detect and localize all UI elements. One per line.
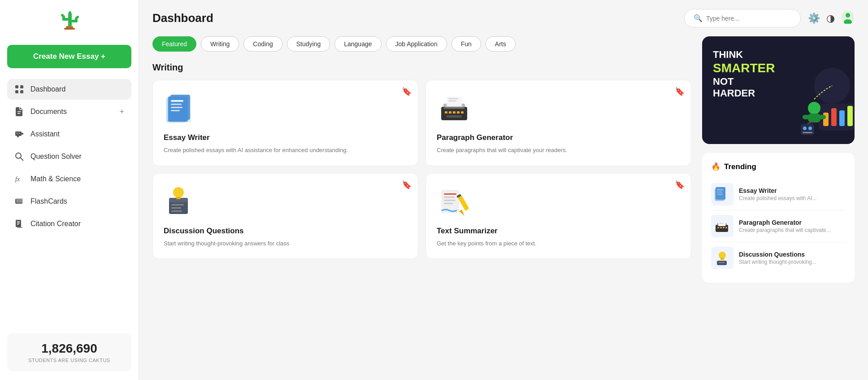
svg-rect-103 xyxy=(719,223,724,224)
promo-line2: SMARTER xyxy=(713,61,775,76)
discussion-illustration xyxy=(164,184,200,220)
trending-item-paragraph-gen[interactable]: Paragraph Generator Create paragraphs th… xyxy=(711,210,846,242)
svg-rect-54 xyxy=(447,115,462,118)
svg-text:fx: fx xyxy=(15,176,20,183)
search-icon: 🔍 xyxy=(694,14,703,22)
svg-rect-66 xyxy=(171,207,181,209)
tag-coding[interactable]: Coding xyxy=(243,36,282,52)
svg-rect-81 xyxy=(847,106,853,126)
svg-rect-67 xyxy=(171,210,182,212)
nav-menu: Dashboard Documents + xyxy=(7,79,131,324)
create-essay-button[interactable]: Create New Essay + xyxy=(7,45,131,68)
cards-icon xyxy=(14,197,24,206)
promo-illustration xyxy=(778,63,855,144)
card-text-summarizer-desc: Get the key points from a piece of text. xyxy=(437,239,680,248)
promo-banner: THINK SMARTER NOT HARDER xyxy=(702,36,855,144)
trending-info-paragraph: Paragraph Generator Create paragraphs th… xyxy=(739,219,846,233)
sidebar-item-dashboard[interactable]: Dashboard xyxy=(7,79,131,100)
svg-point-9 xyxy=(69,11,71,14)
sidebar-item-documents[interactable]: Documents + xyxy=(7,101,131,122)
card-text-summarizer[interactable]: 🔖 xyxy=(425,173,691,259)
main-content: Featured Writing Coding Studying Languag… xyxy=(152,36,691,371)
search-input[interactable] xyxy=(706,15,791,22)
tag-featured[interactable]: Featured xyxy=(152,36,196,52)
card-discussion-questions[interactable]: 🔖 xyxy=(152,173,418,259)
sidebar: Create New Essay + Dashboard xyxy=(0,0,139,380)
sidebar-item-flashcards[interactable]: FlashCards xyxy=(7,191,131,212)
svg-rect-57 xyxy=(448,100,456,101)
svg-rect-49 xyxy=(445,111,447,114)
right-sidebar: THINK SMARTER NOT HARDER xyxy=(702,36,855,371)
promo-line4: HARDER xyxy=(713,87,775,99)
sidebar-item-question-solver[interactable]: Question Solver xyxy=(7,146,131,167)
card-paragraph-generator-desc: Create paragraphs that will captivate yo… xyxy=(437,146,680,155)
card-essay-writer[interactable]: 🔖 xyxy=(152,80,418,166)
card-discussion-desc: Start writing thought-provoking answers … xyxy=(164,239,407,248)
sidebar-item-assistant[interactable]: Assistant xyxy=(7,124,131,144)
svg-rect-85 xyxy=(816,115,826,119)
bookmark-paragraph-generator[interactable]: 🔖 xyxy=(675,87,685,96)
trending-name-essay: Essay Writer xyxy=(739,187,846,194)
trending-info-discussion: Discussion Questions Start writing thoug… xyxy=(739,251,846,265)
svg-line-63 xyxy=(175,189,176,190)
bookmark-essay-writer[interactable]: 🔖 xyxy=(402,87,412,96)
trending-item-essay-writer[interactable]: Essay Writer Create polished essays with… xyxy=(711,179,846,210)
contrast-button[interactable]: ◑ xyxy=(826,13,835,24)
svg-point-8 xyxy=(76,16,79,18)
promo-text: THINK SMARTER NOT HARDER xyxy=(713,49,775,100)
add-document-icon: + xyxy=(119,107,124,117)
sidebar-item-citation-creator[interactable]: Citation Creator xyxy=(7,214,131,234)
logo xyxy=(7,9,131,36)
tag-writing[interactable]: Writing xyxy=(201,36,239,52)
svg-rect-72 xyxy=(444,203,453,204)
svg-rect-80 xyxy=(839,110,845,126)
settings-button[interactable]: ⚙️ xyxy=(808,13,820,24)
bookmark-discussion-questions[interactable]: 🔖 xyxy=(402,180,412,190)
card-essay-writer-title: Essay Writer xyxy=(164,133,407,142)
svg-line-22 xyxy=(21,158,23,161)
tag-language[interactable]: Language xyxy=(334,36,381,52)
svg-rect-17 xyxy=(22,133,23,135)
trending-thumb-paragraph xyxy=(711,215,733,237)
svg-rect-42 xyxy=(171,100,183,102)
promo-line1: THINK xyxy=(713,49,775,61)
svg-rect-16 xyxy=(15,131,22,136)
card-paragraph-generator[interactable]: 🔖 xyxy=(425,80,691,166)
svg-rect-79 xyxy=(831,108,837,126)
svg-rect-89 xyxy=(803,132,812,133)
svg-rect-12 xyxy=(15,90,18,93)
tag-fun[interactable]: Fun xyxy=(451,36,481,52)
tag-studying[interactable]: Studying xyxy=(287,36,330,52)
user-avatar-button[interactable] xyxy=(841,10,855,26)
search-bar[interactable]: 🔍 xyxy=(684,9,801,27)
svg-rect-19 xyxy=(17,133,17,134)
sidebar-item-math-science[interactable]: fx Math & Science xyxy=(7,169,131,189)
header: Dashboard 🔍 ⚙️ ◑ xyxy=(139,0,868,36)
tag-arts[interactable]: Arts xyxy=(486,36,516,52)
search-icon xyxy=(14,152,24,162)
svg-line-64 xyxy=(181,189,182,190)
page-title: Dashboard xyxy=(152,11,677,25)
trending-item-discussion[interactable]: Discussion Questions Start writing thoug… xyxy=(711,242,846,274)
svg-point-32 xyxy=(846,13,850,17)
svg-point-104 xyxy=(719,252,726,259)
svg-rect-50 xyxy=(449,111,451,114)
svg-rect-61 xyxy=(176,197,181,199)
stats-box: 1,826,690 STUDENTS ARE USING CAKTUS xyxy=(7,333,131,371)
svg-rect-101 xyxy=(725,227,727,228)
svg-rect-105 xyxy=(720,258,724,260)
section-title: Writing xyxy=(152,62,691,73)
stats-label: STUDENTS ARE USING CAKTUS xyxy=(15,358,123,363)
assistant-icon xyxy=(14,129,24,139)
grid-icon xyxy=(14,84,24,94)
sidebar-item-label: Assistant xyxy=(30,130,124,138)
tag-job-application[interactable]: Job Application xyxy=(386,36,447,52)
trending-desc-paragraph: Create paragraphs that will captivate... xyxy=(739,227,846,233)
svg-rect-84 xyxy=(803,115,812,119)
bookmark-text-summarizer[interactable]: 🔖 xyxy=(675,180,685,190)
trending-desc-discussion: Start writing thought-provoking... xyxy=(739,259,846,265)
tags-row: Featured Writing Coding Studying Languag… xyxy=(152,36,691,52)
trending-title: Trending xyxy=(724,162,756,171)
sidebar-item-label: Math & Science xyxy=(30,175,124,183)
svg-rect-100 xyxy=(723,227,725,228)
